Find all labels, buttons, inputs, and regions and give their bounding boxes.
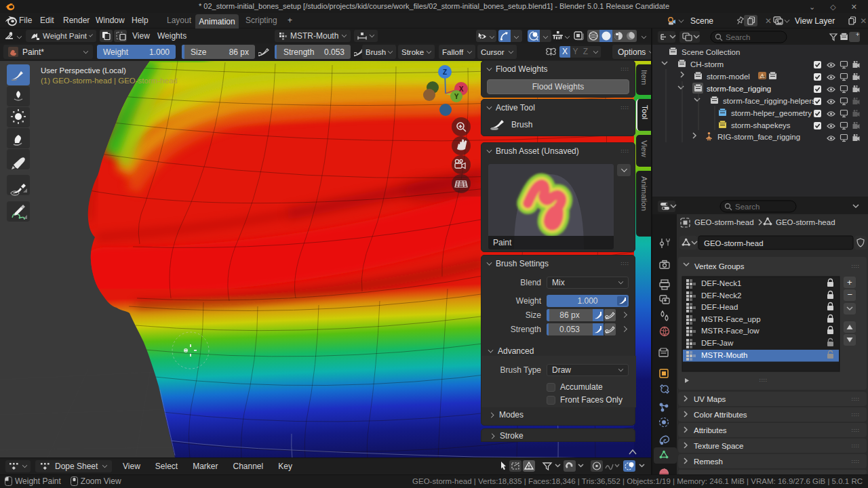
svg-text:storm-model: storm-model [707, 73, 750, 81]
svg-text:∷∷: ∷∷ [760, 378, 768, 384]
svg-text:55: 55 [761, 75, 766, 79]
svg-text:storm-shapekeys: storm-shapekeys [731, 121, 791, 129]
svg-text:UV Maps: UV Maps [694, 395, 726, 403]
svg-text:+: + [847, 277, 852, 287]
svg-text:User Perspective (Local): User Perspective (Local) [41, 66, 126, 75]
svg-text:(1) GEO-storm-head | GEO-storm: (1) GEO-storm-head | GEO-storm-head [41, 77, 178, 85]
svg-text:storm-face_rigging-helpers: storm-face_rigging-helpers [723, 97, 816, 105]
svg-text:CH-storm: CH-storm [690, 60, 724, 68]
svg-text:∷∷: ∷∷ [852, 412, 860, 418]
svg-text:DEF-Jaw: DEF-Jaw [701, 339, 734, 347]
svg-text:DEF-Head: DEF-Head [701, 303, 738, 311]
svg-text:DEF-Neck2: DEF-Neck2 [701, 291, 741, 300]
svg-text:Vertex Groups: Vertex Groups [694, 262, 745, 270]
svg-text:Remesh: Remesh [694, 458, 723, 466]
svg-text:Scene Collection: Scene Collection [682, 48, 740, 56]
svg-text:Color Attributes: Color Attributes [694, 411, 747, 419]
svg-text:RIG-storm_face_rigging: RIG-storm_face_rigging [717, 133, 800, 141]
svg-text:Search: Search [735, 203, 760, 211]
svg-text:GEO-storm-head: GEO-storm-head [694, 218, 754, 226]
svg-text:GEO-storm-head: GEO-storm-head [704, 239, 764, 247]
svg-text:MSTR-Face_upp: MSTR-Face_upp [701, 315, 761, 323]
svg-text:Search: Search [726, 33, 750, 41]
svg-text:MSTR-Face_low: MSTR-Face_low [701, 327, 760, 335]
svg-text:storm-helper_geometry: storm-helper_geometry [731, 109, 812, 117]
svg-text:storm-face_rigging: storm-face_rigging [707, 85, 771, 93]
svg-text:+: + [856, 31, 859, 38]
svg-text:DEF-Neck1: DEF-Neck1 [701, 279, 741, 287]
svg-text:Z: Z [443, 68, 447, 76]
svg-text:Attributes: Attributes [694, 426, 727, 434]
svg-text:∷∷: ∷∷ [852, 264, 860, 270]
svg-text:Texture Space: Texture Space [694, 442, 744, 450]
svg-text:∷∷: ∷∷ [852, 459, 860, 465]
svg-text:−: − [848, 289, 853, 300]
svg-text:∷∷: ∷∷ [852, 396, 860, 403]
svg-text:MSTR-Mouth: MSTR-Mouth [701, 351, 747, 359]
svg-text:Y: Y [454, 93, 459, 100]
svg-text:∷∷: ∷∷ [852, 428, 860, 434]
svg-text:GEO-storm-head: GEO-storm-head [776, 218, 835, 226]
svg-text:∷∷: ∷∷ [852, 443, 860, 449]
